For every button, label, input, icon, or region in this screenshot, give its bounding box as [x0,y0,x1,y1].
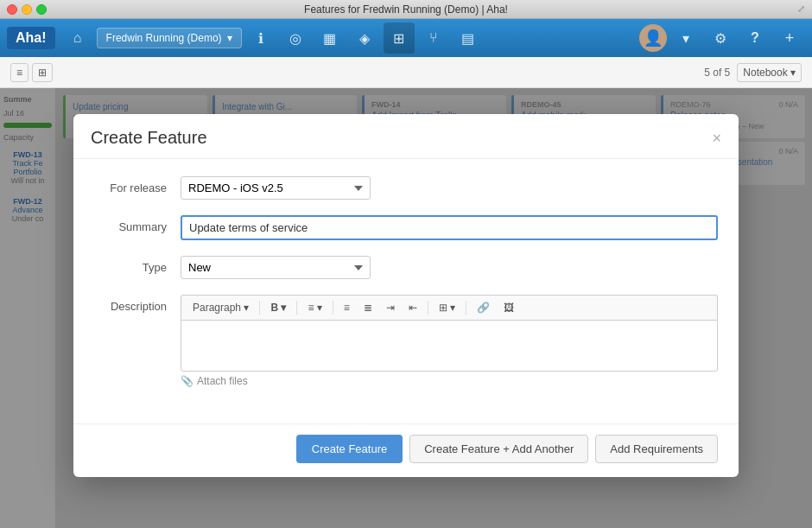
info-icon: ℹ [258,30,263,47]
grid-view-icon: ⊞ [38,67,47,79]
title-bar: Features for Fredwin Running (Demo) | Ah… [0,0,812,19]
maximize-window-btn[interactable] [36,4,47,15]
indent-icon: ⇥ [386,302,395,314]
toolbar-separator [259,301,260,315]
chevron-down-icon: ▾ [227,32,232,44]
description-toolbar: Paragraph ▾ B ▾ ≡ ▾ [181,295,718,320]
help-nav-btn[interactable]: ? [739,22,771,54]
table-icon: ⊞ ▾ [439,302,455,314]
modal-footer: Create Feature Create Feature + Add Anot… [73,423,739,477]
create-feature-add-another-btn[interactable]: Create Feature + Add Another [409,435,588,463]
ul-icon: ≡ [344,302,350,314]
paragraph-label: Paragraph ▾ [193,302,249,314]
close-window-btn[interactable] [7,4,17,15]
summary-row: Summary [94,215,718,240]
description-area[interactable] [181,320,718,372]
summary-label: Summary [94,215,181,233]
summary-control [181,215,718,240]
window-title: Features for Fredwin Running (Demo) | Ah… [304,3,508,16]
type-control: New Enhancement Bug Research [181,256,718,279]
create-feature-btn[interactable]: Create Feature [296,435,403,463]
attach-files-link[interactable]: 📎 Attach files [181,375,718,387]
release-label: For release [94,176,181,194]
indent-btn[interactable]: ⇥ [380,299,401,316]
notes-nav-btn[interactable]: ▤ [453,22,484,54]
type-row: Type New Enhancement Bug Research [94,256,718,279]
settings-nav-btn[interactable]: ⚙ [705,22,736,54]
calendar-nav-btn[interactable]: ▦ [314,22,346,54]
window-controls [7,4,47,15]
add-requirements-btn[interactable]: Add Requirements [595,435,718,463]
target-icon: ◎ [289,30,301,47]
list-icon: ≡ [16,67,22,79]
chevron-down-icon: ▾ [682,30,689,47]
calendar-icon: ▦ [323,30,336,47]
outdent-btn[interactable]: ⇤ [403,299,423,316]
ideas-nav-btn[interactable]: ◈ [349,22,380,54]
bold-label: B ▾ [270,302,286,314]
link-icon: 🔗 [477,302,490,314]
toolbar-separator [296,301,297,315]
main-content: Summe Jul 16 Capacity FWD-13 Track Fe Po… [0,88,812,528]
modal-overlay: Create Feature × For release RDEMO - iOS… [0,88,812,528]
grid-view-btn[interactable]: ⊞ [32,63,53,82]
plus-icon: + [785,29,795,48]
home-icon: ⌂ [73,30,82,46]
target-nav-btn[interactable]: ◎ [280,22,311,54]
user-avatar[interactable]: 👤 [639,24,667,52]
paperclip-icon: 📎 [181,375,193,387]
minimize-window-btn[interactable] [22,4,32,15]
image-btn[interactable]: 🖼 [498,299,520,316]
attach-label: Attach files [197,375,248,387]
release-control: RDEMO - iOS v2.5 RDEMO - iOS v3.0 FWD - … [181,176,718,200]
home-nav-btn[interactable]: ⌂ [62,22,93,54]
toolbar-separator [466,301,466,315]
release-row: For release RDEMO - iOS v2.5 RDEMO - iOS… [94,176,718,200]
description-control: Paragraph ▾ B ▾ ≡ ▾ [181,295,718,387]
features-nav-btn[interactable]: ⊞ [384,22,415,54]
branch-icon: ⑂ [429,30,438,46]
gear-icon: ⚙ [714,30,726,47]
create-feature-modal: Create Feature × For release RDEMO - iOS… [73,114,739,477]
modal-body: For release RDEMO - iOS v2.5 RDEMO - iOS… [73,159,739,420]
releases-nav-btn[interactable]: ⑂ [418,22,449,54]
notebook-label: Notebook ▾ [743,67,796,79]
top-navigation: Aha! ⌂ Fredwin Running (Demo) ▾ ℹ ◎ ▦ ◈ … [0,19,812,57]
lightbulb-icon: ◈ [359,30,370,47]
ol-icon: ≣ [364,302,372,314]
question-icon: ? [751,30,759,46]
type-label: Type [94,256,181,274]
link-btn[interactable]: 🔗 [471,299,496,316]
align-label: ≡ ▾ [308,302,321,314]
project-dropdown[interactable]: Fredwin Running (Demo) ▾ [97,28,242,48]
outdent-icon: ⇤ [409,302,417,314]
add-nav-btn[interactable]: + [774,22,805,54]
bold-btn[interactable]: B ▾ [264,299,292,316]
project-name: Fredwin Running (Demo) [106,32,222,44]
notes-icon: ▤ [461,30,474,47]
description-row: Description Paragraph ▾ B ▾ [94,295,718,387]
ordered-list-btn[interactable]: ≣ [358,299,378,316]
modal-title: Create Feature [91,128,207,148]
modal-close-btn[interactable]: × [712,130,721,146]
summary-input[interactable] [181,215,718,240]
app-logo[interactable]: Aha! [7,27,55,49]
unordered-list-btn[interactable]: ≡ [338,299,356,316]
pagination: 5 of 5 [704,67,730,79]
table-btn[interactable]: ⊞ ▾ [433,299,461,316]
image-icon: 🖼 [504,302,514,314]
align-btn[interactable]: ≡ ▾ [301,299,327,316]
sub-navigation: ≡ ⊞ 5 of 5 Notebook ▾ [0,57,812,88]
type-select[interactable]: New Enhancement Bug Research [181,256,371,279]
list-view-btn[interactable]: ≡ [10,63,29,82]
toolbar-separator [428,301,428,315]
nav-dropdown-arrow[interactable]: ▾ [670,22,701,54]
paragraph-btn[interactable]: Paragraph ▾ [187,299,255,316]
info-nav-btn[interactable]: ℹ [245,22,276,54]
release-select[interactable]: RDEMO - iOS v2.5 RDEMO - iOS v3.0 FWD - … [181,176,371,200]
description-label: Description [94,295,181,313]
notebook-btn[interactable]: Notebook ▾ [737,63,802,82]
avatar-image: 👤 [644,29,663,48]
toolbar-separator [333,301,333,315]
grid-icon: ⊞ [393,30,404,47]
